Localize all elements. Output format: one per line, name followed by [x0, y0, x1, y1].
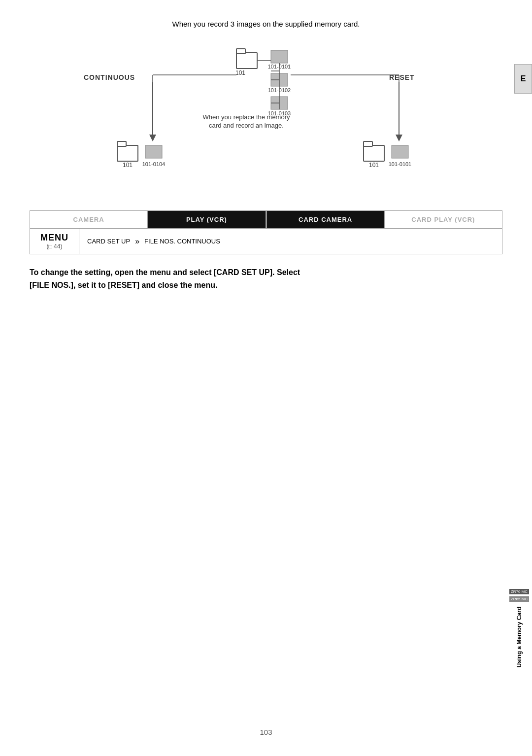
- e-tab: E: [514, 64, 532, 94]
- menu-row: MENU (□ 44) CARD SET UP » FILE NOS. CONT…: [30, 229, 502, 254]
- svg-text:card and record an image.: card and record an image.: [209, 122, 284, 129]
- svg-rect-3: [271, 50, 288, 63]
- svg-text:101: 101: [369, 162, 379, 169]
- svg-text:When you replace the memory: When you replace the memory: [202, 113, 290, 121]
- menu-path-item1: CARD SET UP: [87, 238, 130, 245]
- menu-label: MENU: [40, 233, 68, 243]
- svg-text:101-0104: 101-0104: [142, 161, 166, 167]
- tab-camera[interactable]: CAMERA: [30, 211, 148, 228]
- menu-label-block: MENU (□ 44): [30, 229, 79, 254]
- menu-ref: (□ 44): [47, 243, 63, 250]
- svg-text:101: 101: [235, 69, 245, 76]
- svg-rect-32: [364, 145, 384, 161]
- side-text-area: ZR70 MC ZR65 MC Using a Memory Card: [509, 589, 529, 667]
- badge-zr65: ZR65 MC: [509, 596, 529, 602]
- svg-rect-1: [236, 49, 245, 54]
- main-text-line2: [FILE NOS.], set it to [RESET] and close…: [30, 281, 217, 289]
- diagram: 101 101-0101 101-0102 101-0103 CONTI: [30, 38, 502, 196]
- main-instruction: To change the setting, open the menu and…: [30, 266, 424, 291]
- svg-marker-18: [149, 135, 156, 141]
- svg-rect-30: [145, 145, 162, 158]
- svg-rect-35: [392, 145, 408, 158]
- svg-rect-28: [117, 141, 126, 146]
- svg-rect-0: [236, 53, 257, 69]
- nav-tabs: CAMERA PLAY (VCR) CARD CAMERA CARD PLAY …: [30, 210, 502, 229]
- menu-path: CARD SET UP » FILE NOS. CONTINUOUS: [79, 233, 502, 250]
- side-rotated-label: Using a Memory Card: [516, 607, 523, 667]
- svg-text:CONTINUOUS: CONTINUOUS: [84, 73, 135, 81]
- svg-rect-27: [117, 145, 138, 161]
- svg-text:101-0101: 101-0101: [389, 161, 412, 167]
- menu-arrow: »: [135, 237, 139, 246]
- tab-card-camera[interactable]: CARD CAMERA: [267, 211, 385, 228]
- main-text-line1: To change the setting, open the menu and…: [30, 268, 300, 276]
- top-caption: When you record 3 images on the supplied…: [30, 20, 502, 28]
- tab-play-vcr[interactable]: PLAY (VCR): [148, 211, 266, 228]
- menu-path-item2: FILE NOS. CONTINUOUS: [144, 238, 220, 245]
- svg-rect-33: [364, 141, 372, 146]
- svg-marker-20: [396, 135, 402, 141]
- page-number: 103: [260, 728, 272, 736]
- badge-zr70: ZR70 MC: [509, 589, 529, 594]
- tab-card-play-vcr[interactable]: CARD PLAY (VCR): [385, 211, 502, 228]
- svg-text:101: 101: [123, 162, 133, 169]
